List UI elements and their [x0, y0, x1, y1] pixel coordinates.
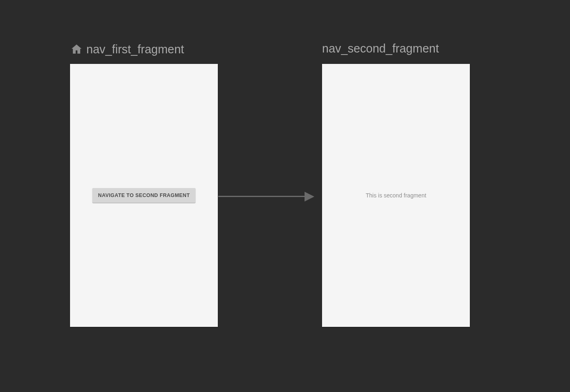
first-fragment-preview[interactable]: NAVIGATE TO SECOND FRAGMENT	[70, 64, 218, 327]
navigate-to-second-button[interactable]: NAVIGATE TO SECOND FRAGMENT	[92, 188, 195, 203]
home-icon	[70, 43, 83, 56]
nav-graph-canvas[interactable]: nav_first_fragment nav_second_fragment N…	[0, 0, 570, 392]
first-fragment-title: nav_first_fragment	[86, 44, 184, 55]
second-fragment-preview[interactable]: This is second fragment	[322, 64, 470, 327]
action-arrow[interactable]	[218, 192, 315, 201]
first-fragment-title-row: nav_first_fragment	[70, 43, 184, 56]
second-fragment-title-row: nav_second_fragment	[322, 43, 439, 55]
second-fragment-title: nav_second_fragment	[322, 43, 439, 55]
arrow-line	[218, 196, 307, 197]
second-fragment-body-text: This is second fragment	[366, 192, 426, 199]
arrow-head-icon	[305, 192, 314, 201]
